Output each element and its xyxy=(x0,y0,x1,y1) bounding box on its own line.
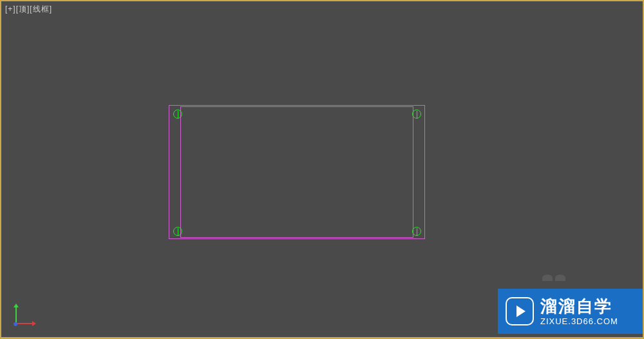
shape-inner-rectangle[interactable] xyxy=(180,106,413,238)
watermark-title: 溜溜自学 xyxy=(540,296,618,316)
axis-x-icon xyxy=(15,323,33,324)
vertex-bottom-left[interactable] xyxy=(173,227,182,236)
viewport[interactable]: [+][顶][线框] 溜溜自学 ZIXUE.3D66.COM xyxy=(0,0,644,339)
background-element xyxy=(542,275,565,281)
axis-z-icon xyxy=(14,322,17,326)
watermark-text: 溜溜自学 ZIXUE.3D66.COM xyxy=(540,296,618,327)
axis-y-arrow-icon xyxy=(14,304,19,307)
vertex-tick-icon xyxy=(417,111,417,119)
vertex-top-left[interactable] xyxy=(173,110,182,119)
play-triangle-icon xyxy=(516,305,526,317)
bg-dot-icon xyxy=(555,275,565,281)
vertex-bottom-right[interactable] xyxy=(412,227,421,236)
vertex-tick-icon xyxy=(178,228,178,236)
watermark: 溜溜自学 ZIXUE.3D66.COM xyxy=(498,289,643,334)
axis-gizmo[interactable] xyxy=(15,298,41,324)
play-icon xyxy=(506,297,534,325)
vertex-top-right[interactable] xyxy=(412,110,421,119)
axis-y-icon xyxy=(15,306,17,324)
bg-dot-icon xyxy=(542,275,553,281)
viewport-label[interactable]: [+][顶][线框] xyxy=(5,4,52,15)
axis-x-arrow-icon xyxy=(32,321,36,326)
vertex-tick-icon xyxy=(178,111,178,119)
vertex-tick-icon xyxy=(417,228,417,236)
watermark-url: ZIXUE.3D66.COM xyxy=(540,316,618,327)
